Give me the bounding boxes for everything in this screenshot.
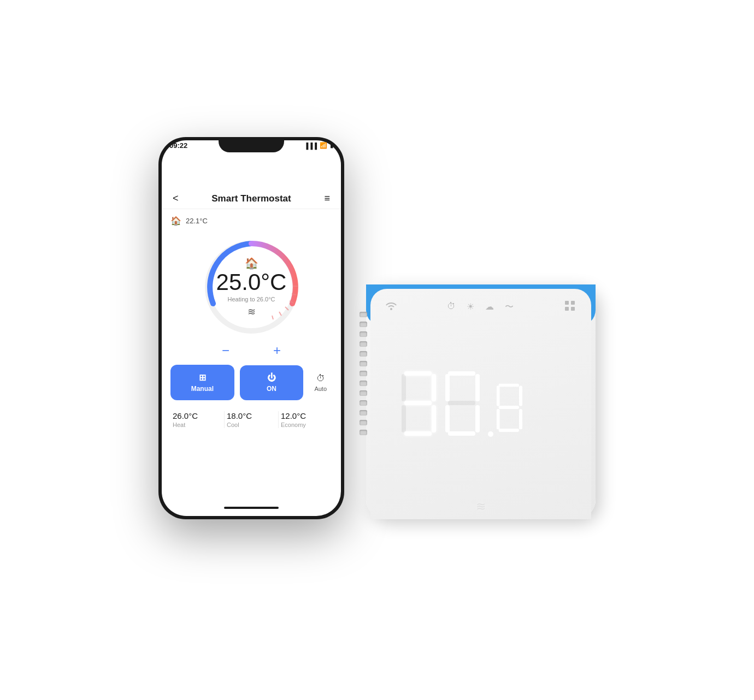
svg-rect-8 [571,301,575,305]
vent-12 [360,420,367,425]
cool-label: Cool [227,422,276,428]
heat-value: 26.0°C [173,411,222,420]
vent-4 [360,341,367,347]
grid-icon [564,300,576,314]
wifi-icon [386,301,397,312]
temperature-presets: 26.0°C Heat 18.0°C Cool 12.0°C Economy [170,407,332,432]
temperature-display [399,366,563,453]
sun-icon: ☀ [467,301,474,313]
svg-rect-30 [448,371,475,376]
home-bar [162,500,341,516]
heat-preset: 26.0°C Heat [170,411,225,428]
svg-rect-15 [402,405,406,432]
signal-icon: ▐▐▐ [304,143,317,149]
app-content: 🏠 22.1°C [162,209,341,500]
home-icon: 🏠 [170,216,181,226]
vent-3 [360,331,367,337]
economy-label: Economy [281,422,330,428]
home-bar-line [224,507,279,509]
wind-icon: 〜 [505,301,514,313]
manual-mode-button[interactable]: ⊞ Manual [170,365,234,400]
svg-rect-7 [565,301,569,305]
svg-rect-45 [497,385,500,406]
svg-rect-21 [432,405,436,432]
svg-rect-12 [402,374,406,401]
temperature-dial: 🏠 25.0°C Heating to 26.0°C ≋ [170,233,332,342]
manual-label: Manual [191,385,214,393]
app-title: Smart Thermostat [211,193,291,204]
cool-value: 18.0°C [227,411,276,420]
svg-rect-50 [499,429,520,432]
dial-temperature: 25.0°C [216,269,287,295]
temperature-controls: − + [170,343,332,358]
on-icon: ⏻ [267,373,276,383]
phone-screen: < Smart Thermostat ≡ 🏠 22.1°C [162,140,341,516]
auto-label: Auto [314,385,327,392]
cool-preset: 18.0°C Cool [225,411,279,428]
auto-icon: ⏱ [316,373,325,383]
svg-rect-34 [475,405,480,432]
room-temp-row: 🏠 22.1°C [170,216,332,226]
svg-rect-47 [499,406,520,409]
dial-subtitle: Heating to 26.0°C [216,296,287,302]
menu-button[interactable]: ≡ [324,193,330,204]
on-label: ON [267,385,276,393]
room-temperature: 22.1°C [186,217,208,225]
dial-home-icon: 🏠 [216,257,287,270]
vent-1 [360,312,367,317]
decrease-temp-button[interactable]: − [222,343,229,358]
svg-rect-26 [448,401,475,405]
svg-rect-19 [432,374,436,401]
thermostat-device: ⏱ ☀ ☁ 〜 [366,284,596,519]
manual-icon: ⊞ [199,372,206,383]
svg-rect-49 [519,409,522,430]
vent-8 [360,381,367,386]
clock-icon: ⏱ [447,301,456,313]
led-display [370,319,591,500]
vent-9 [360,390,367,396]
heating-indicator: ≋ [370,500,591,519]
status-icons-row: ⏱ ☀ ☁ 〜 [370,289,591,319]
thermostat-face: ⏱ ☀ ☁ 〜 [370,289,591,519]
product-scene: 09:22 ▐▐▐ 📶 ▮ < Smart Thermostat ≡ 🏠 22.… [158,137,596,563]
vent-5 [360,351,367,357]
mode-buttons: ⊞ Manual ⏻ ON ⏱ Auto [170,365,332,400]
svg-rect-32 [475,374,480,401]
vent-6 [360,361,367,366]
battery-icon: ▮ [330,142,333,149]
svg-rect-10 [571,307,575,311]
status-icons: ▐▐▐ 📶 ▮ [304,142,333,149]
flame-led-icon: ≋ [476,500,486,514]
svg-rect-18 [404,371,432,376]
cloud-icon: ☁ [485,301,494,313]
app-header: < Smart Thermostat ≡ [162,165,341,209]
auto-mode-button[interactable]: ⏱ Auto [309,366,332,400]
wifi-status-icon: 📶 [320,142,327,149]
side-vents [360,312,367,435]
status-time: 09:22 [169,141,187,150]
economy-preset: 12.0°C Economy [279,411,332,428]
flame-icon: ≋ [216,306,287,318]
svg-rect-31 [445,374,450,401]
phone-mockup: 09:22 ▐▐▐ 📶 ▮ < Smart Thermostat ≡ 🏠 22.… [158,137,344,519]
svg-rect-46 [519,385,522,406]
on-mode-button[interactable]: ⏻ ON [240,365,304,400]
vent-2 [360,322,367,327]
vent-11 [360,410,367,416]
svg-rect-44 [499,384,520,387]
svg-rect-20 [404,401,432,405]
vent-7 [360,371,367,376]
mode-icons: ⏱ ☀ ☁ 〜 [447,301,514,313]
svg-rect-33 [445,405,450,432]
status-bar: 09:22 ▐▐▐ 📶 ▮ [158,137,344,150]
increase-temp-button[interactable]: + [273,343,281,358]
vent-10 [360,400,367,406]
svg-rect-48 [497,409,500,430]
svg-rect-22 [404,431,432,436]
economy-value: 12.0°C [281,411,330,420]
svg-point-36 [488,431,493,437]
heat-label: Heat [173,422,222,428]
svg-rect-35 [448,431,475,436]
svg-rect-9 [565,307,569,311]
back-button[interactable]: < [173,193,179,204]
